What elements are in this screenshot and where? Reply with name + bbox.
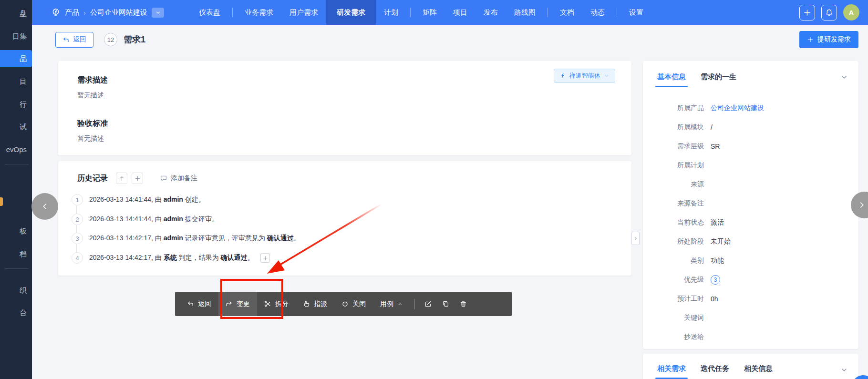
related-tab[interactable]: 相关需求	[656, 364, 687, 379]
plus-icon	[803, 9, 811, 17]
history-header: 历史记录 添加备注	[77, 173, 612, 184]
nav-tab[interactable]: 研发需求	[326, 0, 376, 25]
history-entry: 12026-03-13 14:41:44, 由 admin 创建。	[72, 195, 205, 205]
sort-history-button[interactable]	[116, 173, 127, 184]
trash-icon	[460, 300, 467, 307]
collapse-info-panel-button[interactable]	[840, 73, 848, 81]
expand-entry-button[interactable]	[260, 253, 270, 263]
sidebar-item-2[interactable]: 目集	[12, 30, 32, 43]
nav-tab[interactable]: 仪表盘	[191, 0, 228, 25]
ai-agent-button[interactable]: 禅道智能体	[554, 69, 615, 83]
info-field-row: 当前状态激活	[656, 213, 845, 232]
sidebar-item-3[interactable]: 品	[0, 50, 32, 67]
collapse-sidebar-button[interactable]	[31, 193, 58, 220]
expand-history-button[interactable]	[132, 173, 143, 184]
toolbar-split-button[interactable]: 拆分	[257, 292, 296, 316]
create-story-button[interactable]: 提研发需求	[799, 31, 858, 48]
sidebar-item-9[interactable]: 档	[20, 247, 32, 261]
sidebar-item-1[interactable]: 盘	[20, 7, 32, 20]
collapse-related-panel-button[interactable]	[840, 366, 848, 374]
toolbar-change-button[interactable]: 变更	[218, 292, 257, 316]
info-field-row: 来源	[656, 175, 845, 194]
chevron-right-icon	[633, 236, 638, 241]
plus-icon	[134, 175, 141, 182]
breadcrumb-current-product[interactable]: 公司企业网站建设	[90, 8, 147, 17]
nav-tab[interactable]: 发布	[475, 0, 506, 25]
toolbar-chevron-up-button[interactable]: 用例	[373, 292, 410, 316]
toolbar-trash-button[interactable]	[455, 292, 472, 316]
field-value[interactable]: 公司企业网站建设	[711, 104, 764, 113]
sidebar-item-5[interactable]: 行	[20, 98, 32, 111]
product-switch-button[interactable]	[152, 8, 164, 18]
nav-tab[interactable]: 设置	[621, 0, 651, 25]
field-label: 关键词	[656, 314, 704, 322]
page-title: 需求1	[124, 34, 145, 45]
field-label: 抄送给	[656, 333, 704, 341]
nav-tab[interactable]: 项目	[445, 0, 475, 25]
info-tab[interactable]: 需求的一生	[700, 72, 737, 87]
toolbar-copy-button[interactable]	[437, 292, 455, 316]
toolbar-assign-button[interactable]: 指派	[296, 292, 334, 316]
toolbar-label: 变更	[237, 300, 250, 308]
toolbar-edit-button[interactable]	[419, 292, 437, 316]
field-value: 激活	[711, 218, 724, 227]
lightbulb-icon	[51, 8, 61, 17]
nav-tab[interactable]: 用户需求	[281, 0, 326, 25]
sidebar-divider	[5, 268, 29, 269]
related-tab[interactable]: 相关信息	[743, 364, 774, 379]
toolbar-power-button[interactable]: 关闭	[334, 292, 373, 316]
field-label: 类别	[656, 256, 704, 265]
collapse-main-panel-button[interactable]	[631, 232, 640, 245]
field-label: 需求层级	[656, 142, 704, 151]
related-panel: 相关需求迭代任务相关信息	[643, 354, 858, 379]
info-tab[interactable]: 基本信息	[656, 72, 687, 87]
sidebar-item-6[interactable]: 试	[20, 120, 32, 133]
info-panel-tabs: 基本信息需求的一生	[656, 72, 845, 87]
top-navbar: 产品 › 公司企业网站建设 仪表盘业务需求用户需求研发需求计划矩阵项目发布路线图…	[32, 0, 868, 25]
toolbar-divider	[414, 299, 415, 309]
history-entry-actor: admin	[164, 195, 183, 203]
breadcrumb[interactable]: 产品 › 公司企业网站建设	[51, 8, 164, 18]
info-field-row: 所属模块/	[656, 118, 845, 137]
sidebar-item-7[interactable]: evOps	[6, 143, 32, 156]
left-sidebar: 盘目集品目行试evOps板档织台	[0, 0, 32, 379]
nav-tab[interactable]: 动态	[582, 0, 613, 25]
sidebar-item-8[interactable]: 板	[20, 225, 32, 238]
history-entry-number: 4	[72, 252, 83, 264]
toolbar-label: 关闭	[352, 300, 366, 308]
related-tab[interactable]: 迭代任务	[700, 364, 730, 379]
field-label: 所属产品	[656, 104, 704, 113]
acceptance-empty-text: 暂无描述	[77, 134, 612, 143]
history-entry-text: 2026-03-13 14:41:44, 由 admin 创建。	[89, 195, 205, 204]
create-story-label: 提研发需求	[817, 35, 851, 44]
sidebar-item-4[interactable]: 目	[20, 75, 32, 88]
chevron-down-icon	[840, 73, 848, 81]
history-entry-text: 2026-03-13 14:41:44, 由 admin 提交评审。	[89, 215, 218, 224]
field-value: /	[711, 123, 713, 131]
back-button[interactable]: 返回	[55, 32, 93, 48]
field-label: 当前状态	[656, 218, 704, 227]
nav-tab[interactable]: 路线图	[506, 0, 544, 25]
nav-tab[interactable]: 文档	[552, 0, 582, 25]
nav-tab[interactable]: 计划	[376, 0, 406, 25]
notifications-button[interactable]	[821, 5, 837, 20]
avatar[interactable]: A	[843, 4, 859, 20]
history-card: 历史记录 添加备注 12026-03-13 14:41:44, 由 admin …	[58, 161, 631, 276]
history-entry-text: 2026-03-13 14:42:17, 由 admin 记录评审意见，评审意见…	[89, 234, 300, 243]
toolbar-back-button[interactable]: 返回	[180, 292, 218, 316]
basic-info-panel: 基本信息需求的一生 所属产品公司企业网站建设所属模块/需求层级SR所属计划来源来…	[643, 61, 858, 349]
plus-icon	[263, 256, 268, 261]
sidebar-item-10[interactable]: 织	[20, 284, 32, 297]
sidebar-item-11[interactable]: 台	[20, 306, 32, 319]
quick-create-button[interactable]	[799, 5, 815, 20]
breadcrumb-section[interactable]: 产品	[65, 8, 79, 17]
nav-tab[interactable]: 业务需求	[237, 0, 281, 25]
field-value: SR	[711, 143, 720, 150]
add-note-button[interactable]: 添加备注	[157, 174, 200, 183]
lightbulb-icon	[51, 8, 61, 17]
nav-tab[interactable]: 矩阵	[414, 0, 445, 25]
power-icon	[341, 300, 349, 307]
field-label: 所属模块	[656, 123, 704, 132]
comment-icon	[160, 174, 167, 182]
nav-divider	[617, 8, 617, 17]
